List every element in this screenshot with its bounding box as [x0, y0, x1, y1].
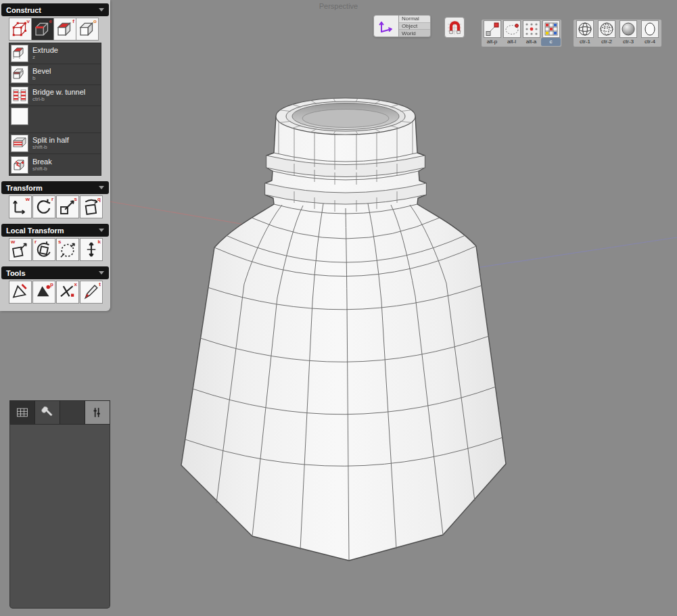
- smooth-sphere-icon: [642, 21, 658, 37]
- transform-key: q: [97, 196, 101, 202]
- snap-magnet-button[interactable]: [444, 17, 465, 38]
- transform-rotate-button[interactable]: r: [32, 195, 55, 218]
- tool-key: p: [50, 281, 53, 287]
- tools-row: p x t: [9, 281, 102, 304]
- snap-line-icon: [504, 21, 520, 37]
- snap-mode-group: alt-p alt-l: [481, 19, 562, 47]
- split-icon: [11, 135, 28, 152]
- snap-area-icon: [523, 21, 540, 37]
- display-smooth-sphere-button[interactable]: [641, 20, 659, 38]
- snap-point-button[interactable]: [484, 20, 501, 38]
- transform-key: w: [26, 196, 30, 202]
- mode-key: v: [27, 18, 30, 24]
- tool-extrude[interactable]: Extrude z: [9, 43, 101, 64]
- empty-slot-icon: [11, 108, 28, 125]
- panel-header-construct[interactable]: Construct: [1, 3, 109, 16]
- tab-scene-grid[interactable]: [10, 401, 35, 424]
- display-wire-sphere-button[interactable]: [576, 20, 594, 38]
- local-scale-button[interactable]: s: [56, 238, 79, 261]
- mode-face-button[interactable]: f: [53, 18, 76, 41]
- bevel-icon: [11, 66, 28, 83]
- tool-label: Bevel: [32, 67, 51, 75]
- tool-label: Extrude: [32, 46, 58, 54]
- snap-grid-button[interactable]: [542, 20, 560, 38]
- tab-blank[interactable]: [60, 401, 85, 424]
- ctr1-label: ctr-1: [574, 38, 596, 46]
- display-solid-sphere-button[interactable]: [620, 20, 637, 38]
- display-dotted-sphere-button[interactable]: [598, 20, 615, 38]
- tab-settings-wrench[interactable]: [35, 401, 60, 424]
- local-rotate-button[interactable]: r: [32, 238, 55, 261]
- tool-break[interactable]: Break shift-b: [9, 154, 101, 175]
- panel-header-local-transform[interactable]: Local Transform: [1, 224, 109, 237]
- local-key: w: [11, 239, 15, 245]
- space-option-normal[interactable]: Normal: [399, 16, 430, 22]
- extrude-icon: [11, 45, 28, 62]
- snap-point-label: alt-p: [482, 38, 502, 46]
- local-move-button[interactable]: w: [9, 238, 32, 261]
- panel-header-tools[interactable]: Tools: [1, 266, 109, 279]
- tool-bridge[interactable]: Bridge w. tunnel ctrl-b: [9, 85, 101, 106]
- tool-label: Bridge w. tunnel: [32, 88, 85, 96]
- transform-free-button[interactable]: q: [80, 195, 103, 218]
- snap-grid-icon: [543, 21, 559, 37]
- space-option-object[interactable]: Object: [399, 22, 430, 30]
- mode-object-button[interactable]: o: [76, 18, 99, 41]
- space-option-world[interactable]: World: [399, 29, 430, 37]
- app-window: Perspective Normal Object World: [0, 0, 677, 616]
- construct-title: Construct: [6, 6, 41, 14]
- transform-scale-button[interactable]: s: [56, 195, 79, 218]
- tool-label: Break: [32, 158, 52, 166]
- snap-c-label: c: [541, 38, 561, 46]
- tool-bevel[interactable]: Bevel b: [9, 64, 101, 85]
- tool-shortcut: shift-b: [32, 166, 52, 172]
- local-transform-title: Local Transform: [6, 227, 64, 235]
- tool-cut-button[interactable]: x: [56, 281, 79, 304]
- tool-tweak-button[interactable]: [9, 281, 32, 304]
- editor-panel-body[interactable]: [9, 424, 110, 609]
- tool-shortcut: z: [32, 54, 58, 61]
- tools-title: Tools: [6, 269, 26, 277]
- tool-empty-slot[interactable]: [9, 106, 101, 133]
- wire-sphere-icon: [577, 21, 593, 37]
- editor-tab-strip: [9, 400, 110, 424]
- selection-mode-row: v e f: [9, 18, 102, 41]
- axis-arrows-icon: [376, 18, 396, 35]
- local-rotate-icon: [34, 239, 54, 260]
- tab-properties[interactable]: [85, 401, 110, 424]
- local-key: k: [98, 239, 101, 245]
- break-icon: [11, 156, 28, 174]
- local-key: r: [34, 239, 37, 245]
- snap-line-button[interactable]: [503, 20, 521, 38]
- ctr2-label: ctr-2: [596, 38, 617, 46]
- snap-area-button[interactable]: [523, 20, 540, 38]
- local-key: s: [58, 239, 61, 245]
- coordinate-space-button[interactable]: [373, 15, 399, 37]
- solid-sphere-icon: [620, 21, 636, 37]
- mode-key: o: [93, 18, 97, 24]
- tool-topology-button[interactable]: t: [80, 281, 103, 304]
- editor-panel: [9, 400, 110, 609]
- coordinate-space-options: Normal Object World: [399, 15, 431, 37]
- transform-key: r: [51, 196, 53, 202]
- transform-key: s: [74, 196, 77, 202]
- axis-line-z: [472, 237, 677, 268]
- chevron-down-icon: [99, 229, 104, 232]
- mode-key: e: [49, 18, 52, 24]
- mode-edge-button[interactable]: e: [31, 18, 54, 41]
- wrench-icon: [41, 406, 54, 419]
- tool-shortcut: ctrl-b: [32, 96, 85, 103]
- magnet-icon: [446, 19, 463, 37]
- local-axis-button[interactable]: k: [80, 238, 103, 261]
- tool-paint-button[interactable]: p: [32, 281, 55, 304]
- panel-header-transform[interactable]: Transform: [1, 181, 109, 194]
- bridge-icon: [11, 87, 28, 104]
- transform-move-button[interactable]: w: [9, 195, 32, 218]
- grid-icon: [16, 406, 29, 419]
- mode-vertex-button[interactable]: v: [9, 18, 32, 41]
- sliders-icon: [91, 406, 104, 419]
- left-toolbox: Construct v: [0, 0, 110, 311]
- local-transform-row: w r s k: [9, 238, 102, 261]
- jar-model[interactable]: [181, 98, 506, 561]
- tool-split-in-half[interactable]: Split in half shift-b: [9, 133, 101, 154]
